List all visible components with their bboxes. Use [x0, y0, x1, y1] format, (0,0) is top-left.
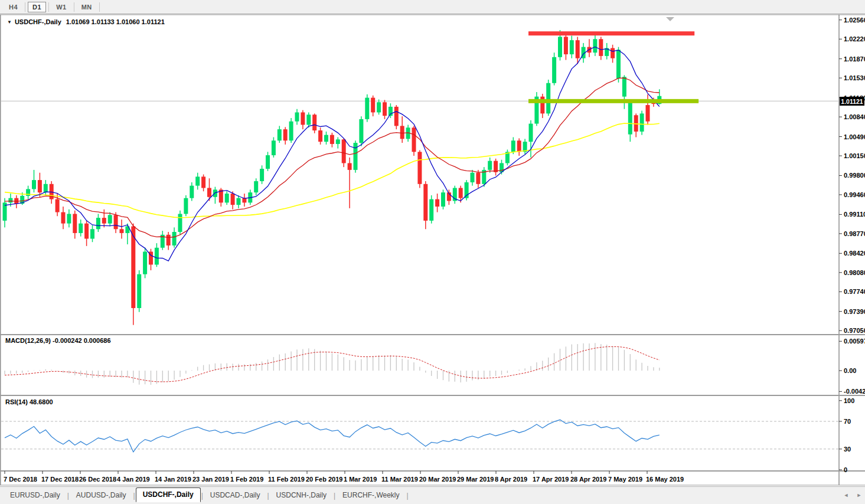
candle-bullish [622, 77, 626, 96]
rsi-axis-label: 70 [844, 418, 851, 425]
date-axis-label: 17 Apr 2019 [533, 476, 569, 483]
candle-bullish [237, 198, 241, 205]
candle-bearish [201, 176, 205, 188]
timeframe-toolbar: H4D1W1MN [0, 0, 865, 14]
candle-bullish [471, 173, 475, 182]
candle-bullish [552, 57, 556, 83]
rsi-axis-label: 0 [844, 466, 847, 473]
candle-bullish [184, 198, 188, 214]
panel-divider [0, 334, 865, 335]
candle-bullish [441, 192, 445, 207]
candle-bullish [359, 119, 363, 143]
candle-bearish [56, 199, 60, 212]
candle-bearish [167, 235, 171, 246]
date-axis-label: 14 Jan 2019 [155, 476, 191, 483]
price-axis-label: 0.97050 [844, 327, 865, 334]
candle-bullish [640, 113, 644, 132]
tab-scroll-left-button[interactable]: ◄ [842, 490, 850, 499]
chart-tab-usdcad[interactable]: USDCAD-,Daily [204, 489, 267, 502]
candle-bullish [558, 37, 562, 57]
chart-title: ▼USDCHF-,Daily1.01069 1.01133 1.01060 1.… [7, 18, 165, 25]
price-axis-label: 0.98420 [844, 250, 865, 257]
chart-tab-audusd[interactable]: AUDUSD-,Daily [70, 489, 133, 502]
candle-bearish [599, 39, 603, 56]
chart-surface[interactable]: 1.025601.022201.018701.015301.011801.008… [0, 0, 865, 504]
date-axis-label: 4 Jan 2019 [117, 476, 150, 483]
candle-bullish [254, 181, 258, 192]
tab-scroll-right-button[interactable]: ► [855, 490, 863, 499]
candle-bullish [488, 161, 492, 170]
candle-bullish [67, 214, 71, 223]
price-axis-label: 0.98770 [844, 230, 865, 237]
candle-bullish [365, 98, 369, 119]
candle-bearish [383, 102, 387, 116]
candle-bearish [494, 161, 498, 172]
price-axis-label: 1.01530 [844, 74, 865, 81]
tab-scroll-buttons: ◄ ► [842, 490, 863, 499]
candle-bearish [283, 129, 288, 140]
candle-bullish [260, 169, 264, 181]
macd-axis-label: 0.00 [844, 367, 856, 374]
candle-bearish [38, 180, 42, 192]
candle-bullish [616, 50, 621, 78]
candle-bullish [178, 214, 182, 232]
price-axis-label: 1.00840 [844, 113, 865, 120]
candle-bearish [102, 218, 106, 224]
candle-bullish [108, 215, 112, 223]
candle-bullish [377, 102, 381, 112]
candle-bullish [137, 274, 141, 308]
macd-indicator-label: MACD(12,26,9) -0.000242 0.000686 [5, 337, 111, 344]
timeframe-button-d1[interactable]: D1 [28, 2, 46, 12]
candle-bearish [330, 135, 334, 144]
candle-bullish [324, 135, 328, 142]
candle-bullish [44, 184, 48, 192]
candle-bullish [272, 140, 276, 155]
candle-bullish [79, 224, 83, 233]
candle-bullish [593, 39, 597, 53]
current-price-box: 1.01121 [840, 97, 864, 106]
date-axis-label: 11 Mar 2019 [381, 476, 418, 483]
candle-bearish [231, 194, 235, 205]
candle-bearish [84, 224, 89, 239]
chart-tab-eurusd[interactable]: EURUSD-,Daily [4, 489, 67, 502]
chart-dropdown-icon[interactable]: ▼ [7, 19, 12, 25]
timeframe-button-w1[interactable]: W1 [51, 2, 71, 12]
candle-bullish [213, 189, 217, 197]
chart-ohlc-values: 1.01069 1.01133 1.01060 1.01121 [66, 18, 165, 25]
candle-bullish [225, 194, 229, 202]
date-axis-label: 7 May 2019 [608, 476, 642, 483]
candle-bullish [546, 83, 550, 114]
date-axis-label: 8 Apr 2019 [495, 476, 527, 483]
chart-tab-bar: EURUSD-,Daily|AUDUSD-,Daily|USDCHF-,Dail… [0, 486, 865, 504]
chart-tab-usdchf[interactable]: USDCHF-,Daily [136, 487, 201, 502]
candle-bullish [143, 251, 147, 274]
candle-bullish [90, 229, 94, 238]
date-axis-label: 20 Mar 2019 [419, 476, 456, 483]
candle-bearish [412, 127, 416, 152]
ma-fast-line [5, 47, 660, 261]
candle-bullish [190, 186, 194, 198]
date-axis-label: 7 Dec 2018 [4, 476, 37, 483]
rsi-axis-label: 100 [844, 397, 854, 404]
timeframe-button-h4[interactable]: H4 [4, 2, 22, 12]
candle-bullish [96, 218, 100, 229]
candle-bearish [342, 139, 346, 163]
price-axis-label: 1.02560 [844, 17, 865, 24]
toolbar-divider [48, 2, 49, 12]
candle-bearish [564, 37, 568, 54]
chart-tab-eurchf[interactable]: EURCHF-,Weekly [336, 489, 406, 502]
macd-axis-label: 0.00597 [844, 338, 865, 345]
date-axis-label: 28 Apr 2019 [570, 476, 606, 483]
candle-bearish [114, 215, 118, 229]
candle-bearish [417, 152, 422, 184]
candle-bullish [529, 124, 533, 142]
candle-bullish [336, 139, 340, 144]
candle-bearish [348, 163, 352, 169]
candle-bearish [423, 184, 427, 221]
candle-bearish [476, 173, 480, 184]
date-axis-label: 1 Mar 2019 [344, 476, 377, 483]
support-level-bar [528, 99, 698, 103]
chart-tab-usdcnh[interactable]: USDCNH-,Daily [270, 489, 333, 502]
date-axis-label: 26 Dec 2018 [79, 476, 116, 483]
timeframe-button-mn[interactable]: MN [77, 2, 97, 12]
